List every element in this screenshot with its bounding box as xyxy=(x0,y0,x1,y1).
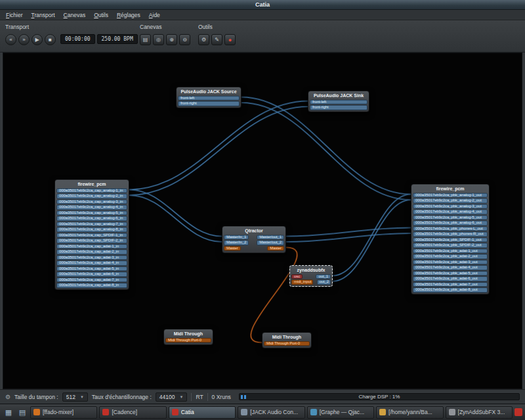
port-000a35017eb9c2ca-pbk-adat-6-out[interactable]: 000a35017eb9c2ca_pbk_adat-6_out xyxy=(413,276,488,282)
task-catia[interactable]: Catia xyxy=(169,406,236,419)
port-000a35017eb9c2ca-cap-adat-8-in[interactable]: 000a35017eb9c2ca_cap_adat-8_in xyxy=(56,283,127,288)
options-icon[interactable]: ✎ xyxy=(211,34,222,45)
menu-fichier[interactable]: Fichier xyxy=(2,11,27,19)
port-midi-through-port-0[interactable]: Midi Through Port-0 xyxy=(165,338,211,343)
port-000a35017eb9c2ca-cap-adat-6-in[interactable]: 000a35017eb9c2ca_cap_adat-6_in xyxy=(56,272,127,277)
task-home-yann-ba[interactable]: [/home/yann/Ba... xyxy=(376,406,443,419)
port-front-left[interactable]: front-left xyxy=(310,100,368,105)
configure-icon[interactable]: ⚙ xyxy=(198,34,209,45)
port-front-left[interactable]: front-left xyxy=(178,96,240,101)
task-cadence[interactable]: [Cadence] xyxy=(99,406,166,419)
sample-rate-select[interactable]: 44100 ▼ xyxy=(156,392,188,402)
transport-backward-icon[interactable]: « xyxy=(5,34,16,45)
port-out-1[interactable]: out_1 xyxy=(316,274,331,280)
port-000a35017eb9c2ca-pbk-spdif-2-out[interactable]: 000a35017eb9c2ca_pbk_SPDIF-2_out xyxy=(413,243,488,248)
port-000a35017eb9c2ca-cap-adat-1-in[interactable]: 000a35017eb9c2ca_cap_adat-1_in xyxy=(56,244,127,249)
port-midi-input[interactable]: midi_input xyxy=(291,280,313,285)
port-master-in-2[interactable]: Master/in_2 xyxy=(224,240,249,245)
port-000a35017eb9c2ca-pbk-adat-1-out[interactable]: 000a35017eb9c2ca_pbk_adat-1_out xyxy=(413,249,488,254)
port-000a35017eb9c2ca-pbk-adat-8-out[interactable]: 000a35017eb9c2ca_pbk_adat-8_out xyxy=(413,287,488,293)
port-000a35017eb9c2ca-cap-adat-5-in[interactable]: 000a35017eb9c2ca_cap_adat-5_in xyxy=(56,266,127,272)
port-000a35017eb9c2ca-cap-adat-7-in[interactable]: 000a35017eb9c2ca_cap_adat-7_in xyxy=(56,278,127,283)
port-000a35017eb9c2ca-cap-analog-2-in[interactable]: 000a35017eb9c2ca_cap_analog-2_in xyxy=(56,194,127,199)
node-firewire-pcm[interactable]: firewire_pcm000a35017eb9c2ca_pbk_analog-… xyxy=(411,184,490,295)
port-000a35017eb9c2ca-pbk-analog-5-out[interactable]: 000a35017eb9c2ca_pbk_analog-5_out xyxy=(413,215,488,220)
node-qtractor[interactable]: QtractorMaster/in_1Master/out_1Master/in… xyxy=(222,226,286,253)
port-midi-through-port-0[interactable]: Midi Through Port-0 xyxy=(264,341,310,346)
port-000a35017eb9c2ca-cap-adat-2-in[interactable]: 000a35017eb9c2ca_cap_adat-2_in xyxy=(56,249,127,255)
port-000a35017eb9c2ca-cap-analog-3-in[interactable]: 000a35017eb9c2ca_cap_analog-3_in xyxy=(56,200,127,205)
menu-canevas[interactable]: Canevas xyxy=(60,11,90,19)
task-jack-audio-con[interactable]: [JACK Audio Con... xyxy=(238,406,304,419)
app-menu-icon[interactable]: ▦ xyxy=(3,406,14,418)
midi-wire[interactable] xyxy=(251,247,297,343)
audio-wire[interactable] xyxy=(129,107,308,196)
port-master-out-1[interactable]: Master/out_1 xyxy=(257,235,284,240)
task-app-icon xyxy=(33,409,40,415)
port-000a35017eb9c2ca-cap-spdif-2-in[interactable]: 000a35017eb9c2ca_cap_SPDIF-2_in xyxy=(56,238,127,243)
port-osc[interactable]: osc xyxy=(291,274,303,280)
port-000a35017eb9c2ca-cap-analog-4-in[interactable]: 000a35017eb9c2ca_cap_analog-4_in xyxy=(56,205,127,210)
port-000a35017eb9c2ca-cap-analog-8-in[interactable]: 000a35017eb9c2ca_cap_analog-8_in xyxy=(56,227,127,232)
port-000a35017eb9c2ca-cap-adat-3-in[interactable]: 000a35017eb9c2ca_cap_adat-3_in xyxy=(56,255,127,261)
menu-r-glages[interactable]: Réglages xyxy=(113,11,144,19)
port-000a35017eb9c2ca-cap-adat-4-in[interactable]: 000a35017eb9c2ca_cap_adat-4_in xyxy=(56,261,127,266)
buffer-size-value: 512 xyxy=(66,394,75,400)
tray-app-icon[interactable] xyxy=(514,408,522,416)
port-000a35017eb9c2ca-pbk-adat-3-out[interactable]: 000a35017eb9c2ca_pbk_adat-3_out xyxy=(413,260,488,265)
port-000a35017eb9c2ca-pbk-adat-4-out[interactable]: 000a35017eb9c2ca_pbk_adat-4_out xyxy=(413,265,488,270)
port-out-2[interactable]: out_2 xyxy=(317,280,331,285)
port-000a35017eb9c2ca-pbk-adat-5-out[interactable]: 000a35017eb9c2ca_pbk_adat-5_out xyxy=(413,271,488,276)
port-row: front-right xyxy=(178,101,240,107)
port-000a35017eb9c2ca-pbk-analog-2-out[interactable]: 000a35017eb9c2ca_pbk_analog-2_out xyxy=(413,198,488,203)
port-front-right[interactable]: front-right xyxy=(178,101,240,106)
port-000a35017eb9c2ca-cap-analog-6-in[interactable]: 000a35017eb9c2ca_cap_analog-6_in xyxy=(56,216,127,221)
title-bar[interactable]: Catia xyxy=(0,0,525,10)
port-000a35017eb9c2ca-pbk-phones-r-out[interactable]: 000a35017eb9c2ca_pbk_phones-R_out xyxy=(413,232,488,237)
node-pulseaudio-jack-sink[interactable]: PulseAudio JACK Sinkfront-leftfront-righ… xyxy=(308,91,369,112)
port-master-out-2[interactable]: Master/out_2 xyxy=(257,240,284,245)
task-zynaddsubfx-3[interactable]: [ZynAddSubFX 3... xyxy=(446,406,513,419)
port-master[interactable]: Master xyxy=(267,246,284,251)
task-graphe-qjac[interactable]: [Graphe — Qjac... xyxy=(307,406,374,419)
menu-outils[interactable]: Outils xyxy=(90,11,112,19)
show-desktop-icon[interactable]: ▤ xyxy=(16,406,28,418)
node-zynaddsubfx[interactable]: zynaddsubfxoscout_1midi_inputout_2 xyxy=(289,265,333,287)
port-000a35017eb9c2ca-pbk-adat-2-out[interactable]: 000a35017eb9c2ca_pbk_adat-2_out xyxy=(413,254,488,259)
port-000a35017eb9c2ca-cap-analog-5-in[interactable]: 000a35017eb9c2ca_cap_analog-5_in xyxy=(56,211,127,216)
menu-transport[interactable]: Transport xyxy=(28,11,59,19)
node-midi-through[interactable]: Midi ThroughMidi Through Port-0 xyxy=(262,332,312,348)
transport-forward-icon[interactable]: » xyxy=(18,34,30,45)
buffer-size-select[interactable]: 512 ▼ xyxy=(62,392,88,402)
port-000a35017eb9c2ca-cap-analog-7-in[interactable]: 000a35017eb9c2ca_cap_analog-7_in xyxy=(56,222,127,227)
audio-wire[interactable] xyxy=(333,200,411,282)
patchbay-canvas[interactable]: PulseAudio JACK Sourcefront-leftfront-ri… xyxy=(3,52,522,389)
transport-stop-icon[interactable]: ■ xyxy=(45,34,56,45)
node-pulseaudio-jack-source[interactable]: PulseAudio JACK Sourcefront-leftfront-ri… xyxy=(176,87,242,108)
port-000a35017eb9c2ca-cap-spdif-1-in[interactable]: 000a35017eb9c2ca_cap_SPDIF-1_in xyxy=(56,233,127,238)
port-000a35017eb9c2ca-pbk-analog-3-out[interactable]: 000a35017eb9c2ca_pbk_analog-3_out xyxy=(413,204,488,209)
port-000a35017eb9c2ca-cap-analog-1-in[interactable]: 000a35017eb9c2ca_cap_analog-1_in xyxy=(56,188,127,194)
port-000a35017eb9c2ca-pbk-spdif-1-out[interactable]: 000a35017eb9c2ca_pbk_SPDIF-1_out xyxy=(413,238,488,243)
port-000a35017eb9c2ca-pbk-phones-l-out[interactable]: 000a35017eb9c2ca_pbk_phones-L_out xyxy=(413,226,488,232)
port-000a35017eb9c2ca-pbk-adat-7-out[interactable]: 000a35017eb9c2ca_pbk_adat-7_out xyxy=(413,282,488,287)
task-ffado-mixer[interactable]: [ffado-mixer] xyxy=(30,406,97,419)
audio-wire[interactable] xyxy=(333,194,411,276)
port-master-in-1[interactable]: Master/in_1 xyxy=(224,235,249,240)
port-000a35017eb9c2ca-pbk-analog-6-out[interactable]: 000a35017eb9c2ca_pbk_analog-6_out xyxy=(413,220,488,226)
node-midi-through[interactable]: Midi ThroughMidi Through Port-0 xyxy=(163,329,213,345)
port-000a35017eb9c2ca-pbk-analog-4-out[interactable]: 000a35017eb9c2ca_pbk_analog-4_out xyxy=(413,209,488,215)
task-label: [Cadence] xyxy=(112,409,137,415)
port-front-right[interactable]: front-right xyxy=(310,105,368,110)
record-icon[interactable]: ● xyxy=(224,34,236,45)
zoom-fit-icon[interactable]: ◎ xyxy=(153,34,164,45)
menu-aide[interactable]: Aide xyxy=(145,11,164,19)
port-row: 000a35017eb9c2ca_pbk_analog-1_out xyxy=(413,192,488,198)
zoom-out-icon[interactable]: ⊖ xyxy=(179,34,190,45)
zoom-in-icon[interactable]: ⊕ xyxy=(166,34,177,45)
port-master[interactable]: Master xyxy=(224,246,241,251)
transport-play-icon[interactable]: ▶ xyxy=(32,34,43,45)
arrange-icon[interactable]: ▤ xyxy=(140,34,151,45)
port-000a35017eb9c2ca-pbk-analog-1-out[interactable]: 000a35017eb9c2ca_pbk_analog-1_out xyxy=(413,193,488,198)
node-firewire-pcm[interactable]: firewire_pcm000a35017eb9c2ca_cap_analog-… xyxy=(54,179,129,290)
